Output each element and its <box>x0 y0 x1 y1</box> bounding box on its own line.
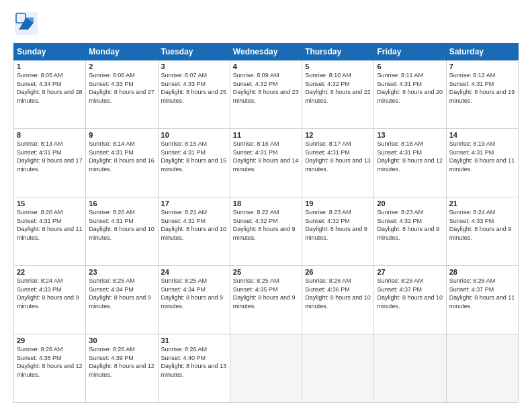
day-info: Sunrise: 8:26 AMSunset: 4:36 PMDaylight:… <box>305 277 371 310</box>
calendar-day-cell: 31Sunrise: 8:26 AMSunset: 4:40 PMDayligh… <box>158 334 230 403</box>
day-number: 3 <box>161 62 227 71</box>
day-info: Sunrise: 8:25 AMSunset: 4:35 PMDaylight:… <box>233 277 299 310</box>
day-number: 18 <box>233 199 299 208</box>
day-number: 11 <box>233 131 299 139</box>
day-info: Sunrise: 8:09 AMSunset: 4:32 PMDaylight:… <box>233 71 299 105</box>
calendar-day-cell: 1Sunrise: 8:05 AMSunset: 4:34 PMDaylight… <box>14 60 86 129</box>
calendar-day-cell: 29Sunrise: 8:26 AMSunset: 4:38 PMDayligh… <box>14 334 86 403</box>
day-info: Sunrise: 8:13 AMSunset: 4:31 PMDaylight:… <box>17 140 83 173</box>
calendar-day-cell: 27Sunrise: 8:26 AMSunset: 4:37 PMDayligh… <box>374 266 446 334</box>
day-info: Sunrise: 8:26 AMSunset: 4:39 PMDaylight:… <box>89 345 154 379</box>
calendar-day-cell: 21Sunrise: 8:24 AMSunset: 4:33 PMDayligh… <box>446 197 518 266</box>
day-info: Sunrise: 8:05 AMSunset: 4:34 PMDaylight:… <box>17 71 83 105</box>
calendar-day-cell: 11Sunrise: 8:16 AMSunset: 4:31 PMDayligh… <box>230 129 302 197</box>
calendar-day-cell <box>302 334 374 403</box>
day-info: Sunrise: 8:26 AMSunset: 4:37 PMDaylight:… <box>449 277 515 310</box>
calendar-day-header: Sunday <box>14 44 86 60</box>
day-number: 10 <box>161 131 227 139</box>
day-info: Sunrise: 8:24 AMSunset: 4:33 PMDaylight:… <box>449 208 515 242</box>
calendar-day-cell: 20Sunrise: 8:23 AMSunset: 4:32 PMDayligh… <box>374 197 446 266</box>
day-number: 4 <box>233 62 299 71</box>
calendar-day-cell <box>230 334 302 403</box>
day-info: Sunrise: 8:23 AMSunset: 4:32 PMDaylight:… <box>305 208 371 242</box>
day-info: Sunrise: 8:25 AMSunset: 4:34 PMDaylight:… <box>161 277 227 310</box>
header <box>13 11 519 36</box>
calendar-day-header: Friday <box>374 44 446 60</box>
day-info: Sunrise: 8:20 AMSunset: 4:31 PMDaylight:… <box>89 208 154 242</box>
calendar-day-cell: 4Sunrise: 8:09 AMSunset: 4:32 PMDaylight… <box>230 60 302 129</box>
day-number: 29 <box>17 336 83 345</box>
day-info: Sunrise: 8:22 AMSunset: 4:32 PMDaylight:… <box>233 208 299 242</box>
calendar-day-cell: 12Sunrise: 8:17 AMSunset: 4:31 PMDayligh… <box>302 129 374 197</box>
day-number: 8 <box>17 131 83 139</box>
day-info: Sunrise: 8:07 AMSunset: 4:33 PMDaylight:… <box>161 71 227 105</box>
calendar-header-row: SundayMondayTuesdayWednesdayThursdayFrid… <box>14 44 519 60</box>
day-number: 14 <box>449 131 515 139</box>
day-number: 7 <box>449 62 515 71</box>
calendar-week-row: 8Sunrise: 8:13 AMSunset: 4:31 PMDaylight… <box>14 129 519 197</box>
calendar-day-cell: 26Sunrise: 8:26 AMSunset: 4:36 PMDayligh… <box>302 266 374 334</box>
day-number: 17 <box>161 199 227 208</box>
logo-icon <box>13 11 39 36</box>
day-number: 31 <box>161 336 227 345</box>
day-info: Sunrise: 8:19 AMSunset: 4:31 PMDaylight:… <box>449 140 515 173</box>
logo <box>13 11 42 36</box>
day-info: Sunrise: 8:26 AMSunset: 4:38 PMDaylight:… <box>17 345 83 379</box>
calendar-day-cell: 22Sunrise: 8:24 AMSunset: 4:33 PMDayligh… <box>14 266 86 334</box>
day-number: 20 <box>377 199 443 208</box>
calendar-day-cell: 28Sunrise: 8:26 AMSunset: 4:37 PMDayligh… <box>446 266 518 334</box>
day-number: 12 <box>305 131 371 139</box>
calendar-day-cell: 17Sunrise: 8:21 AMSunset: 4:31 PMDayligh… <box>158 197 230 266</box>
calendar-week-row: 29Sunrise: 8:26 AMSunset: 4:38 PMDayligh… <box>14 334 519 403</box>
calendar-day-cell: 10Sunrise: 8:15 AMSunset: 4:31 PMDayligh… <box>158 129 230 197</box>
calendar-day-cell <box>374 334 446 403</box>
day-number: 21 <box>449 199 515 208</box>
day-info: Sunrise: 8:24 AMSunset: 4:33 PMDaylight:… <box>17 277 83 310</box>
calendar-day-cell: 15Sunrise: 8:20 AMSunset: 4:31 PMDayligh… <box>14 197 86 266</box>
calendar-day-cell: 2Sunrise: 8:06 AMSunset: 4:33 PMDaylight… <box>86 60 158 129</box>
calendar-day-header: Monday <box>86 44 158 60</box>
day-number: 25 <box>233 268 299 276</box>
calendar-day-cell: 7Sunrise: 8:12 AMSunset: 4:31 PMDaylight… <box>446 60 518 129</box>
day-number: 19 <box>305 199 371 208</box>
calendar-day-cell: 8Sunrise: 8:13 AMSunset: 4:31 PMDaylight… <box>14 129 86 197</box>
calendar-day-header: Wednesday <box>230 44 302 60</box>
day-info: Sunrise: 8:20 AMSunset: 4:31 PMDaylight:… <box>17 208 83 242</box>
day-number: 22 <box>17 268 83 276</box>
day-info: Sunrise: 8:25 AMSunset: 4:34 PMDaylight:… <box>89 277 154 310</box>
day-info: Sunrise: 8:11 AMSunset: 4:31 PMDaylight:… <box>377 71 443 105</box>
day-number: 13 <box>377 131 443 139</box>
day-number: 2 <box>89 62 154 71</box>
day-number: 15 <box>17 199 83 208</box>
day-info: Sunrise: 8:10 AMSunset: 4:32 PMDaylight:… <box>305 71 371 105</box>
day-info: Sunrise: 8:18 AMSunset: 4:31 PMDaylight:… <box>377 140 443 173</box>
calendar-day-cell: 3Sunrise: 8:07 AMSunset: 4:33 PMDaylight… <box>158 60 230 129</box>
calendar-day-cell: 23Sunrise: 8:25 AMSunset: 4:34 PMDayligh… <box>86 266 158 334</box>
calendar-week-row: 1Sunrise: 8:05 AMSunset: 4:34 PMDaylight… <box>14 60 519 129</box>
day-number: 16 <box>89 199 154 208</box>
calendar-day-cell: 9Sunrise: 8:14 AMSunset: 4:31 PMDaylight… <box>86 129 158 197</box>
day-number: 28 <box>449 268 515 276</box>
day-info: Sunrise: 8:15 AMSunset: 4:31 PMDaylight:… <box>161 140 227 173</box>
day-number: 30 <box>89 336 154 345</box>
calendar-day-cell: 18Sunrise: 8:22 AMSunset: 4:32 PMDayligh… <box>230 197 302 266</box>
day-info: Sunrise: 8:06 AMSunset: 4:33 PMDaylight:… <box>89 71 154 105</box>
day-number: 23 <box>89 268 154 276</box>
page: SundayMondayTuesdayWednesdayThursdayFrid… <box>0 0 532 411</box>
calendar-day-cell: 25Sunrise: 8:25 AMSunset: 4:35 PMDayligh… <box>230 266 302 334</box>
day-info: Sunrise: 8:16 AMSunset: 4:31 PMDaylight:… <box>233 140 299 173</box>
day-info: Sunrise: 8:14 AMSunset: 4:31 PMDaylight:… <box>89 140 154 173</box>
day-number: 26 <box>305 268 371 276</box>
calendar-day-cell: 6Sunrise: 8:11 AMSunset: 4:31 PMDaylight… <box>374 60 446 129</box>
calendar-day-cell: 24Sunrise: 8:25 AMSunset: 4:34 PMDayligh… <box>158 266 230 334</box>
day-number: 27 <box>377 268 443 276</box>
day-info: Sunrise: 8:12 AMSunset: 4:31 PMDaylight:… <box>449 71 515 105</box>
day-number: 1 <box>17 62 83 71</box>
day-info: Sunrise: 8:23 AMSunset: 4:32 PMDaylight:… <box>377 208 443 242</box>
calendar-day-header: Tuesday <box>158 44 230 60</box>
calendar-day-cell: 14Sunrise: 8:19 AMSunset: 4:31 PMDayligh… <box>446 129 518 197</box>
calendar-day-cell: 19Sunrise: 8:23 AMSunset: 4:32 PMDayligh… <box>302 197 374 266</box>
day-info: Sunrise: 8:21 AMSunset: 4:31 PMDaylight:… <box>161 208 227 242</box>
day-number: 5 <box>305 62 371 71</box>
calendar-table: SundayMondayTuesdayWednesdayThursdayFrid… <box>13 43 519 403</box>
